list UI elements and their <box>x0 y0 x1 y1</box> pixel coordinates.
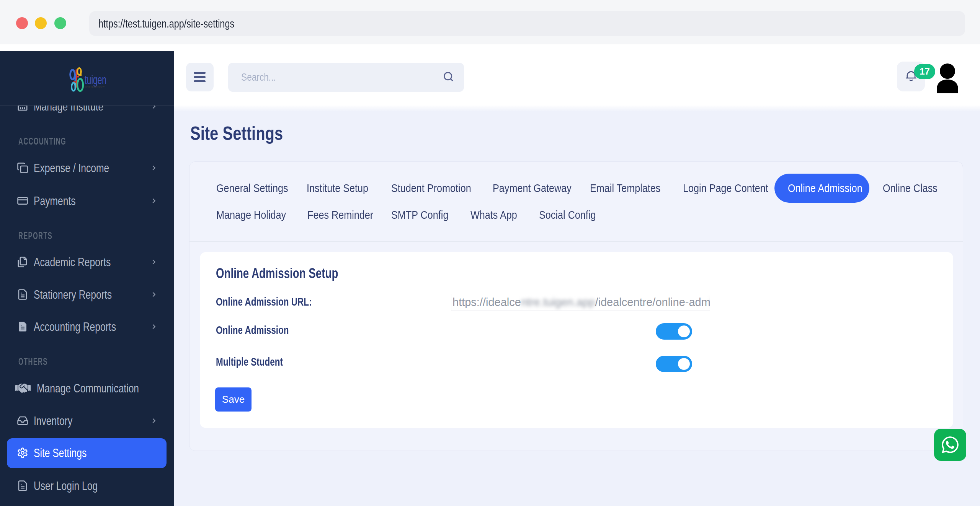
svg-text:love learn grow: love learn grow <box>85 85 105 88</box>
